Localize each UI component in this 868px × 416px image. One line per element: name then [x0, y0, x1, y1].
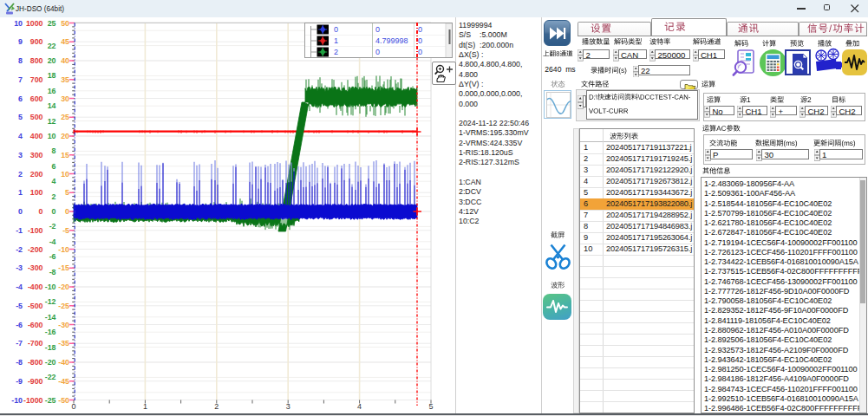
svg-text:18: 18: [48, 71, 56, 80]
svg-text:0: 0: [375, 25, 380, 34]
svg-text:1: 1: [18, 188, 23, 197]
svg-text:6: 6: [18, 94, 23, 103]
svg-text:0: 0: [52, 207, 56, 216]
svg-text:2: 2: [52, 192, 56, 201]
svg-text:4.799998: 4.799998: [375, 36, 408, 45]
svg-text:-10: -10: [58, 245, 69, 254]
svg-text:600: 600: [30, 94, 43, 103]
svg-text:0: 0: [418, 25, 422, 34]
svg-text:-500: -500: [28, 302, 43, 310]
svg-text:12: 12: [48, 117, 56, 126]
svg-text:900: 900: [30, 37, 43, 46]
svg-text:5: 5: [18, 113, 23, 121]
svg-text:200: 200: [30, 170, 43, 179]
svg-text:-10: -10: [45, 283, 56, 291]
svg-text:25: 25: [48, 19, 56, 28]
svg-text:20: 20: [48, 56, 56, 65]
svg-text:-22: -22: [45, 373, 56, 381]
svg-text:10: 10: [48, 132, 56, 140]
svg-text:0: 0: [418, 36, 422, 45]
svg-text:8: 8: [18, 56, 23, 65]
svg-text:0: 0: [375, 48, 380, 56]
svg-text:16: 16: [48, 87, 56, 95]
svg-text:-5: -5: [16, 302, 23, 310]
svg-text:800: 800: [30, 56, 43, 65]
svg-text:-20: -20: [58, 283, 69, 291]
svg-text:5: 5: [65, 188, 69, 197]
svg-text:45: 45: [61, 37, 69, 46]
svg-text:-35: -35: [58, 339, 69, 348]
svg-text:5: 5: [428, 402, 433, 411]
svg-text:2: 2: [18, 170, 23, 179]
svg-text:-50: -50: [58, 396, 69, 405]
svg-text:0: 0: [418, 48, 422, 56]
svg-text:4: 4: [357, 402, 362, 411]
svg-text:-18: -18: [45, 343, 56, 352]
svg-text:-4: -4: [16, 283, 23, 291]
svg-text:4: 4: [18, 132, 23, 140]
svg-text:-40: -40: [58, 358, 69, 367]
svg-text:-1: -1: [16, 226, 23, 235]
svg-text:30: 30: [61, 94, 69, 103]
svg-text:0: 0: [334, 25, 338, 34]
svg-text:2: 2: [334, 48, 338, 56]
svg-text:-12: -12: [45, 297, 56, 306]
svg-text:-16: -16: [45, 328, 56, 336]
svg-text:8: 8: [52, 146, 56, 155]
svg-text:-30: -30: [58, 321, 69, 329]
svg-text:-2: -2: [16, 245, 23, 254]
svg-text:-6: -6: [49, 252, 56, 261]
svg-text:22: 22: [48, 42, 56, 50]
svg-text:35: 35: [61, 75, 69, 84]
svg-text:700: 700: [30, 75, 43, 84]
svg-text:1: 1: [334, 36, 338, 45]
svg-text:0: 0: [65, 207, 69, 216]
svg-text:50: 50: [61, 19, 69, 28]
svg-text:-200: -200: [28, 245, 43, 254]
svg-text:-5: -5: [62, 226, 69, 235]
svg-text:6: 6: [52, 162, 56, 171]
svg-text:20: 20: [61, 132, 69, 140]
svg-text:-400: -400: [28, 283, 43, 291]
svg-text:-300: -300: [28, 263, 43, 272]
svg-text:7: 7: [18, 75, 23, 84]
svg-text:500: 500: [30, 113, 43, 121]
svg-text:100: 100: [30, 188, 43, 197]
svg-text:-10: -10: [11, 396, 23, 405]
svg-text:25: 25: [61, 113, 69, 121]
svg-text:-25: -25: [58, 302, 69, 310]
svg-text:-14: -14: [45, 313, 56, 322]
svg-text:15: 15: [61, 151, 69, 159]
svg-text:10: 10: [14, 19, 23, 28]
svg-text:3: 3: [286, 402, 290, 411]
svg-text:14: 14: [48, 101, 56, 110]
svg-text:1000: 1000: [26, 19, 43, 28]
svg-text:-25: -25: [45, 396, 56, 405]
svg-text:-800: -800: [28, 358, 43, 367]
svg-text:4: 4: [52, 177, 56, 185]
svg-text:0: 0: [71, 402, 75, 411]
svg-text:0: 0: [18, 207, 23, 216]
svg-text:40: 40: [61, 56, 69, 65]
svg-text:300: 300: [30, 151, 43, 159]
svg-text:-3: -3: [16, 263, 23, 272]
svg-text:-700: -700: [28, 339, 43, 348]
svg-text:-9: -9: [16, 377, 23, 386]
svg-text:-1000: -1000: [23, 396, 43, 405]
svg-text:-2: -2: [49, 222, 56, 231]
svg-text:9: 9: [18, 37, 23, 46]
svg-text:-20: -20: [45, 358, 56, 367]
svg-text:2: 2: [214, 402, 219, 411]
svg-text:-900: -900: [28, 377, 43, 386]
svg-text:-4: -4: [49, 237, 56, 246]
svg-text:-100: -100: [28, 226, 43, 235]
svg-text:-6: -6: [16, 321, 23, 329]
svg-text:10: 10: [61, 170, 69, 179]
svg-text:0: 0: [39, 207, 43, 216]
svg-text:-45: -45: [58, 377, 69, 386]
svg-text:3: 3: [18, 151, 23, 159]
svg-text:-600: -600: [28, 321, 43, 329]
svg-text:-8: -8: [49, 268, 56, 276]
svg-text:-8: -8: [16, 358, 23, 367]
svg-text:-7: -7: [16, 339, 23, 348]
